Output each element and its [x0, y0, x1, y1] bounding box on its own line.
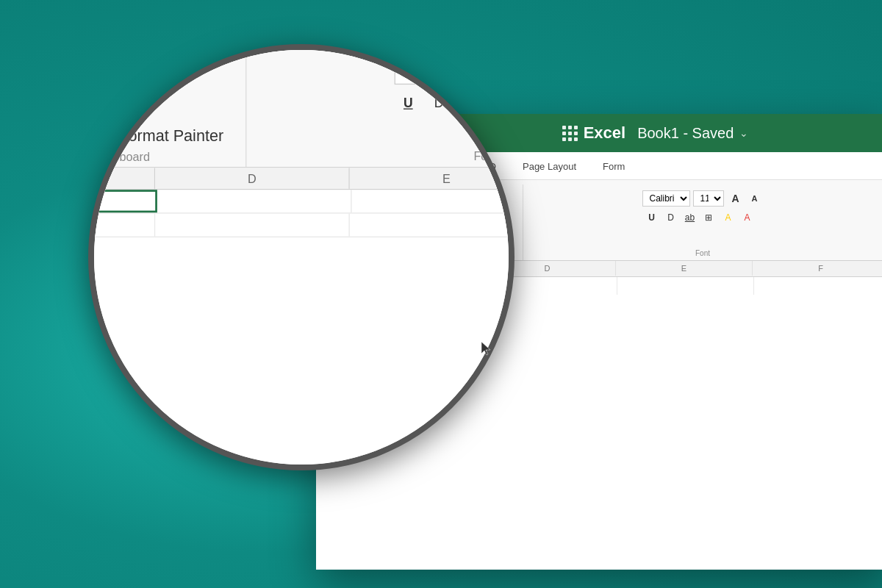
mag-col-c: C [88, 168, 155, 189]
mag-copy-button[interactable]: Copy [88, 89, 229, 118]
tab-page-layout[interactable]: Page Layout [509, 155, 589, 179]
title-chevron-icon[interactable]: ⌄ [739, 127, 748, 139]
mag-cut-button[interactable]: ✂ Cut [88, 59, 229, 85]
font-color-button[interactable]: A [738, 209, 756, 226]
font-group-content: Calibri 11 A A U D ab ⊞ A A [642, 187, 762, 249]
mag-font-group: Calibri 11 A A U D ab ⊞ [246, 47, 514, 167]
mag-cell-c1[interactable] [88, 190, 157, 212]
magnifier-lens: ⊟ ‹ › Excel Book1 - Saved ⌄ File Home In… [88, 44, 514, 470]
mag-clipboard-items: ✂ Cut Copy [88, 53, 229, 150]
font-size-select[interactable]: 11 [693, 190, 724, 207]
bold-button[interactable]: U [642, 209, 660, 226]
font-grow-button[interactable]: A [727, 190, 743, 207]
mag-spreadsheet: C D E F 1 2 [88, 168, 514, 238]
mag-clipboard-group: Paste ▾ ✂ Cut [88, 47, 246, 167]
mag-font-name-select[interactable]: Calibri [394, 59, 460, 85]
mag-ribbon: ↩ ↪ Undo [88, 44, 514, 168]
mag-strikethrough-button[interactable]: D [425, 90, 453, 115]
mag-font-row1: Calibri 11 A A [394, 59, 514, 85]
font-group-label: Font [534, 249, 872, 260]
doc-title: Book1 - Saved [637, 125, 734, 142]
mag-copy-label: Copy [118, 94, 155, 112]
tab-form[interactable]: Form [589, 155, 638, 179]
col-header-e: E [616, 261, 753, 276]
mag-clipboard-label: Clipboard [99, 150, 150, 168]
col-header-f: F [753, 261, 882, 276]
font-row2: U D ab ⊞ A A [642, 209, 762, 226]
font-controls: Calibri 11 A A U D ab ⊞ A A [642, 190, 762, 226]
mag-font-inner: Calibri 11 A A U D ab ⊞ [394, 47, 514, 149]
mag-col-e: E [350, 168, 514, 189]
mag-subscript-button[interactable]: ab [456, 90, 484, 115]
mag-font-row2: U D ab ⊞ A A [394, 90, 514, 115]
font-shrink-button[interactable]: A [746, 190, 762, 207]
mag-font-controls: Calibri 11 A A U D ab ⊞ [394, 53, 514, 115]
mag-cell-c2[interactable] [88, 214, 155, 237]
mag-underline-button[interactable]: U [394, 90, 422, 115]
app-name: Excel [584, 123, 626, 143]
mag-cut-label: Cut [118, 62, 143, 80]
mag-col-headers: C D E F [88, 168, 514, 190]
mag-cell-d2[interactable] [155, 214, 350, 237]
cell-f1[interactable] [754, 277, 883, 295]
apps-icon[interactable] [562, 126, 578, 141]
mag-col-d: D [155, 168, 350, 189]
mag-format-painter-label: Format Painter [118, 126, 223, 144]
magnifier-content: ⊟ ‹ › Excel Book1 - Saved ⌄ File Home In… [88, 44, 514, 470]
mag-font-label: Font [473, 149, 497, 167]
mag-row-1: 1 [88, 190, 514, 213]
underline-button[interactable]: ab [681, 209, 698, 226]
italic-button[interactable]: D [662, 209, 679, 226]
mag-format-painter-button[interactable]: Format Painter [88, 121, 229, 150]
cell-e1[interactable] [617, 277, 754, 295]
font-row1: Calibri 11 A A [642, 190, 762, 207]
mag-cell-e1[interactable] [351, 190, 514, 212]
fill-color-button[interactable]: A [719, 209, 736, 226]
mag-row-2: 2 [88, 214, 514, 237]
mag-cell-e2[interactable] [350, 214, 514, 237]
mag-font-size-select[interactable]: 11 [466, 59, 512, 85]
mag-cell-d1[interactable] [157, 190, 351, 212]
font-name-select[interactable]: Calibri [642, 190, 690, 207]
font-group: Calibri 11 A A U D ab ⊞ A A [523, 184, 882, 260]
border-button[interactable]: ⊞ [700, 209, 717, 226]
mag-clipboard-inner: Paste ▾ ✂ Cut [88, 47, 229, 150]
